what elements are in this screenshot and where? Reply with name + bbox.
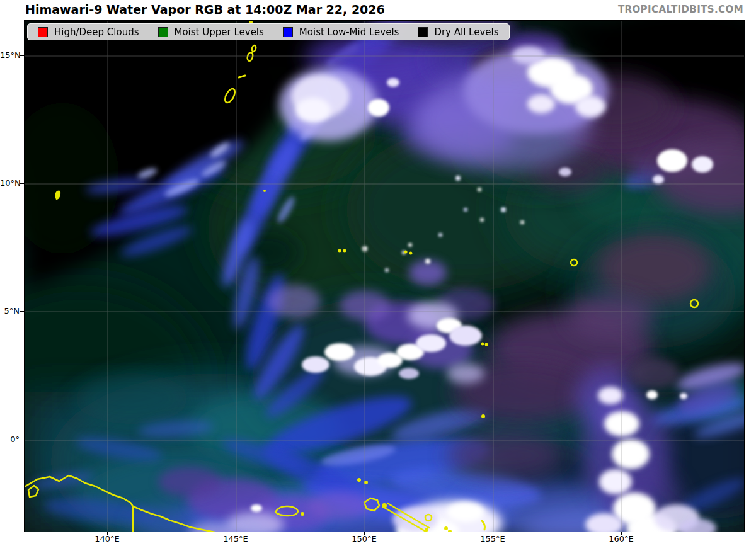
legend-item-label: Moist Low-Mid Levels [299,26,399,38]
legend-item-label: Moist Upper Levels [175,26,264,38]
satellite-image [25,21,744,532]
legend-swatch [283,27,293,37]
lon-label-155e: 155°E [474,534,512,544]
legend-swatch [38,27,48,37]
lon-label-140e: 140°E [88,534,126,544]
legend-item-label: High/Deep Clouds [54,26,139,38]
legend: High/Deep CloudsMoist Upper LevelsMoist … [27,23,510,40]
lat-label-10n: 10°N [0,178,20,188]
legend-swatch [418,27,428,37]
satellite-map: High/Deep CloudsMoist Upper LevelsMoist … [24,20,745,532]
lat-label-15n: 15°N [0,50,20,60]
legend-swatch [158,27,168,37]
legend-item: Dry All Levels [418,26,498,38]
lon-label-160e: 160°E [602,534,640,544]
legend-item: Moist Low-Mid Levels [283,26,399,38]
lon-label-145e: 145°E [217,534,255,544]
page-title: Himawari-9 Water Vapor RGB at 14:00Z Mar… [25,2,385,17]
lat-label-5n: 5°N [0,306,20,316]
lon-label-150e: 150°E [345,534,383,544]
watermark: TROPICALTIDBITS.COM [618,4,743,15]
legend-item: High/Deep Clouds [38,26,139,38]
screenshot-root: Himawari-9 Water Vapor RGB at 14:00Z Mar… [0,0,756,546]
legend-item: Moist Upper Levels [158,26,264,38]
lat-label-0: 0° [0,435,20,445]
legend-item-label: Dry All Levels [434,26,498,38]
